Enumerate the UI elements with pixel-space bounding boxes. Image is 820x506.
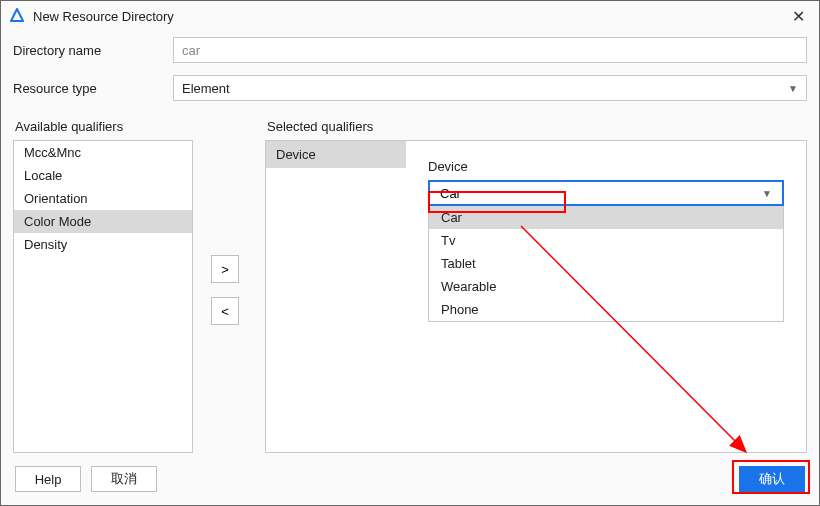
- label-available: Available qualifiers: [13, 115, 193, 140]
- qualifiers-zone: Available qualifiers Mcc&Mnc Locale Orie…: [1, 107, 819, 453]
- device-combo-dropdown: Car Tv Tablet Wearable Phone: [428, 206, 784, 322]
- label-resource-type: Resource type: [13, 81, 173, 96]
- app-logo-icon: [9, 8, 25, 24]
- device-combo-value: Car: [440, 186, 461, 201]
- list-item[interactable]: Locale: [14, 164, 192, 187]
- directory-name-input[interactable]: [173, 37, 807, 63]
- row-directory-name: Directory name: [1, 31, 819, 69]
- ok-button[interactable]: 确认: [739, 466, 805, 492]
- available-qualifiers-column: Available qualifiers Mcc&Mnc Locale Orie…: [13, 115, 193, 453]
- label-device: Device: [428, 159, 784, 174]
- list-item[interactable]: Orientation: [14, 187, 192, 210]
- list-item[interactable]: Density: [14, 233, 192, 256]
- resource-type-value: Element: [182, 81, 230, 96]
- list-item[interactable]: Device: [266, 141, 406, 168]
- list-item[interactable]: Color Mode: [14, 210, 192, 233]
- list-item[interactable]: Mcc&Mnc: [14, 141, 192, 164]
- help-button[interactable]: Help: [15, 466, 81, 492]
- transfer-buttons: > <: [193, 115, 257, 453]
- selected-qualifiers-panel: Device Device Car ▼ Car Tv Tablet Wearab…: [265, 140, 807, 453]
- cancel-button[interactable]: 取消: [91, 466, 157, 492]
- device-combo[interactable]: Car ▼: [428, 180, 784, 206]
- remove-qualifier-button[interactable]: <: [211, 297, 239, 325]
- dialog: New Resource Directory ✕ Directory name …: [0, 0, 820, 506]
- resource-type-select[interactable]: Element ▼: [173, 75, 807, 101]
- label-directory-name: Directory name: [13, 43, 173, 58]
- row-resource-type: Resource type Element ▼: [1, 69, 819, 107]
- dialog-title: New Resource Directory: [33, 9, 784, 24]
- selected-qualifiers-column: Selected qualifiers Device Device Car ▼ …: [265, 115, 807, 453]
- combo-option[interactable]: Tablet: [429, 252, 783, 275]
- combo-option[interactable]: Wearable: [429, 275, 783, 298]
- close-icon[interactable]: ✕: [784, 7, 813, 26]
- chevron-down-icon: ▼: [762, 188, 772, 199]
- dialog-footer: Help 取消 确认: [1, 453, 819, 505]
- combo-option[interactable]: Car: [429, 206, 783, 229]
- titlebar: New Resource Directory ✕: [1, 1, 819, 31]
- chevron-down-icon: ▼: [788, 83, 798, 94]
- combo-option[interactable]: Phone: [429, 298, 783, 321]
- label-selected: Selected qualifiers: [265, 115, 807, 140]
- add-qualifier-button[interactable]: >: [211, 255, 239, 283]
- available-qualifiers-list[interactable]: Mcc&Mnc Locale Orientation Color Mode De…: [13, 140, 193, 453]
- combo-option[interactable]: Tv: [429, 229, 783, 252]
- qualifier-detail-panel: Device Car ▼ Car Tv Tablet Wearable Phon…: [406, 141, 806, 452]
- selected-qualifiers-list[interactable]: Device: [266, 141, 406, 452]
